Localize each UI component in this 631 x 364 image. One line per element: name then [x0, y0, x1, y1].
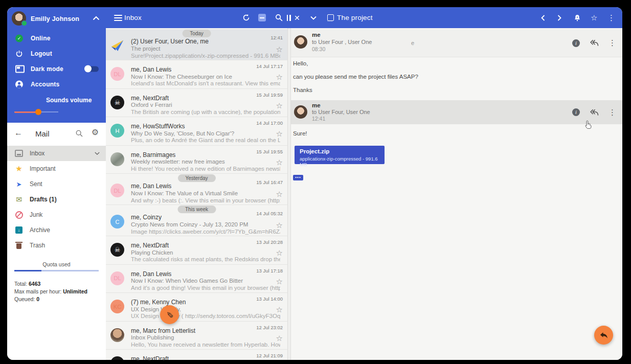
email-list-item[interactable]: This weekCme, CoinzyCrypto News from Coi… [106, 205, 287, 236]
person-icon [15, 81, 23, 88]
reply-button[interactable] [594, 326, 613, 345]
reply-all-icon[interactable] [589, 108, 599, 117]
prev-thread-button[interactable] [541, 7, 545, 28]
date-group-chip: This week [177, 206, 216, 213]
slider-handle[interactable] [35, 109, 41, 115]
star-outline-icon[interactable]: ☆ [276, 248, 283, 258]
collapse-button[interactable] [310, 7, 317, 28]
quota-queued: Queued: 0 [14, 296, 39, 302]
notifications-button[interactable] [573, 7, 581, 28]
folder-item-trash[interactable]: Trash [7, 238, 106, 253]
gear-icon[interactable]: ⚙ [92, 127, 99, 137]
inbox-icon [15, 149, 23, 157]
select-all-button[interactable] [258, 7, 266, 28]
compose-button[interactable]: ✎ [160, 305, 179, 324]
info-icon[interactable]: i [572, 108, 580, 116]
star-thread-button[interactable]: ☆ [591, 7, 597, 28]
search-icon [275, 13, 283, 22]
email-subject: Why Do We Say, 'Close, But No Cigar'? [131, 130, 272, 136]
app-window: Inbox ✕ The project ☆ [7, 7, 622, 360]
email-list-item[interactable]: DLme, Dan LewisNow I Know: The Cheesebur… [106, 60, 287, 89]
search-button[interactable] [275, 7, 283, 28]
email-list-item[interactable]: me, BarnimagesWeekly newsletter: new fre… [106, 146, 287, 174]
sent-icon: ➤ [15, 180, 23, 188]
email-list-item[interactable]: KC(7) me, Kenny ChenUX Design Weekly.UX … [106, 293, 287, 322]
folder-label: Junk [30, 211, 42, 218]
trash-icon [15, 241, 23, 249]
star-outline-icon[interactable]: ☆ [276, 305, 283, 314]
column-divider[interactable] [287, 28, 291, 360]
email-list-item[interactable]: YesterdayDLme, Dan LewisNow I Know: The … [106, 174, 287, 205]
email-preview: The calculated risks at meat plants, the… [131, 256, 280, 262]
menu-item-dark-mode[interactable]: Dark mode [7, 62, 106, 76]
paper-plane-icon [110, 39, 124, 53]
sender-avatar: ☠ [110, 243, 124, 257]
folder-item-junk[interactable]: Junk [7, 207, 106, 222]
email-time: 15 Jul 16:47 [256, 179, 283, 185]
top-toolbar: Inbox ✕ The project ☆ [106, 7, 622, 28]
junk-icon [15, 211, 23, 219]
star-outline-icon[interactable]: ☆ [276, 101, 283, 110]
kebab-menu-icon[interactable]: ⋮ [609, 38, 616, 48]
star-outline-icon[interactable]: ☆ [276, 73, 283, 82]
menu-item-accounts[interactable]: Accounts [7, 78, 106, 91]
folder-item-archive[interactable]: ↓Archive [7, 222, 106, 238]
dark-mode-toggle[interactable] [85, 66, 99, 72]
user-avatar[interactable] [12, 11, 26, 26]
star-outline-icon[interactable]: ☆ [276, 129, 283, 139]
star-outline-icon[interactable]: ☆ [276, 45, 283, 54]
kebab-menu-icon[interactable]: ⋮ [609, 108, 616, 117]
menu-item-online[interactable]: ✓ Online [7, 32, 106, 45]
menu-item-logout[interactable]: Logout [7, 47, 106, 60]
chevron-up-icon[interactable] [93, 16, 100, 21]
star-outline-icon[interactable]: ☆ [276, 277, 283, 286]
star-outline-icon: ☆ [591, 13, 597, 22]
message-time: 12:41 [312, 116, 325, 122]
dark-mode-icon [15, 65, 25, 73]
star-outline-icon[interactable]: ☆ [276, 221, 283, 230]
back-arrow-icon[interactable]: ← [14, 128, 22, 138]
email-subject: Crypto News from Coinzy - July 13, 2020 … [131, 221, 272, 228]
mail-header: ← Mail ⚙ [7, 123, 106, 145]
reply-all-icon[interactable] [589, 39, 599, 47]
email-list-item[interactable]: me, Marc from LetterlistInbox Publishing… [106, 322, 287, 350]
next-thread-button[interactable] [557, 7, 561, 28]
email-list-item[interactable]: Today(2) User Four, User One, meThe proj… [106, 29, 287, 60]
chevron-left-icon [541, 15, 545, 21]
email-subject: Now I Know: The Value of a Virtual Smile [131, 190, 272, 196]
email-sender: me, NextDraft [131, 242, 256, 249]
indeterminate-checkbox-icon [258, 14, 266, 21]
email-time: 13 Jul 14:00 [256, 296, 283, 302]
star-outline-icon[interactable]: ☆ [276, 334, 283, 343]
email-preview: And why :-) beats (:. View this email in… [131, 197, 280, 203]
chevron-down-icon[interactable] [95, 152, 100, 155]
email-list-item[interactable]: DLme, Dan LewisNow I Know: When Video Ga… [106, 265, 287, 293]
refresh-button[interactable] [242, 7, 251, 28]
email-list-item[interactable]: Hme, HowStuffWorksWhy Do We Say, 'Close,… [106, 117, 287, 146]
email-list-item[interactable]: ☠me, NextDraftPlaying ChickenThe calcula… [106, 236, 287, 265]
folder-item-drafts[interactable]: ✉Drafts (1) [7, 192, 106, 207]
star-outline-icon[interactable]: ☆ [276, 190, 283, 199]
message-header[interactable]: me to User Four , User One e 08:30 i ⋮ [290, 29, 622, 57]
folder-item-important[interactable]: ★Important [7, 161, 106, 176]
email-subject: Now I Know: The Cheeseburger on Ice [131, 74, 272, 80]
email-list-item[interactable]: ☠me, NextDraftOxford v FerrariThe Britis… [106, 89, 287, 118]
volume-slider[interactable] [14, 109, 58, 115]
star-outline-icon[interactable]: ☆ [276, 158, 283, 167]
menu-button[interactable] [114, 7, 122, 28]
folder-item-sent[interactable]: ➤Sent [7, 176, 106, 192]
attachment-card[interactable]: Project.zip applicationx-zip-compressed … [295, 146, 385, 164]
message-header[interactable]: me to User Four, User One 12:41 i ⋮ [290, 100, 622, 124]
message-from: me [312, 32, 321, 38]
search-icon[interactable] [75, 129, 83, 138]
email-time: 15 Jul 19:59 [256, 92, 283, 98]
filter-bars-button[interactable] [286, 7, 291, 28]
info-icon[interactable]: i [572, 39, 580, 47]
show-trimmed-content-button[interactable]: ••• [293, 175, 303, 180]
email-list-item[interactable]: ☠me, NextDraft12 Jul 21:09☆ [106, 350, 287, 360]
folder-item-inbox[interactable]: Inbox [7, 146, 106, 161]
date-group-chip: Yesterday [177, 174, 215, 182]
message-body-line: Thanks [293, 87, 312, 93]
thread-menu-button[interactable]: ⋮ [607, 7, 615, 28]
close-search-button[interactable]: ✕ [294, 7, 300, 28]
